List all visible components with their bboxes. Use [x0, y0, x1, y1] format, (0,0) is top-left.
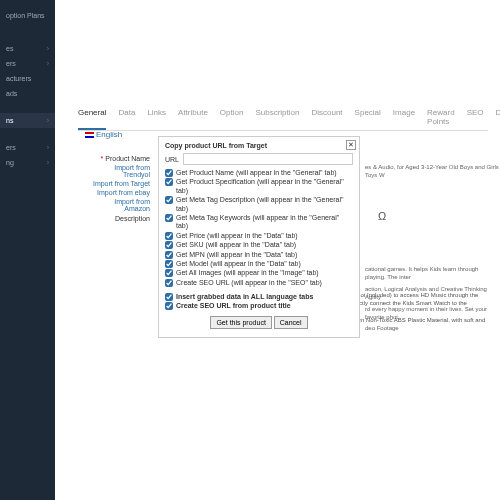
sidebar-item[interactable]: ads: [0, 86, 55, 101]
option-checkbox[interactable]: [165, 214, 173, 222]
tab-discount[interactable]: Discount: [311, 108, 342, 126]
tab-attribute[interactable]: Attribute: [178, 108, 208, 126]
option-label: Get SKU (will appear in the "Data" tab): [176, 241, 296, 249]
import-ebay-link[interactable]: Import from ebay: [90, 189, 150, 196]
import-amazon-link[interactable]: Import from Amazon: [90, 198, 150, 212]
option-label: Get Price (will appear in the "Data" tab…: [176, 232, 298, 240]
option-checkbox[interactable]: [165, 302, 173, 310]
tab-option[interactable]: Option: [220, 108, 244, 126]
tab-special[interactable]: Special: [355, 108, 381, 126]
option-label: Get Model (will appear in the "Data" tab…: [176, 260, 301, 268]
url-input[interactable]: [183, 153, 353, 165]
description-label: Description: [90, 215, 150, 222]
sidebar-item[interactable]: ers›: [0, 56, 55, 71]
option-label: Get All Images (will appear in the "Imag…: [176, 269, 319, 277]
tab-links[interactable]: Links: [147, 108, 166, 126]
option-label: Get Meta Tag Description (will appear in…: [176, 196, 353, 213]
import-modal: ✕ Copy product URL from Target URL Get P…: [158, 136, 360, 338]
sidebar-item[interactable]: ng›: [0, 155, 55, 170]
omega-icon[interactable]: Ω: [378, 210, 386, 222]
tab-subscription[interactable]: Subscription: [255, 108, 299, 126]
option-checkbox[interactable]: [165, 196, 173, 204]
tab-seo[interactable]: SEO: [467, 108, 484, 126]
sidebar: option Plans es› ers› acturers ads ns› e…: [0, 0, 55, 500]
tab-general[interactable]: General: [78, 108, 106, 130]
sidebar-item[interactable]: es›: [0, 41, 55, 56]
get-product-button[interactable]: Get this product: [210, 316, 271, 329]
import-target-link[interactable]: Import from Target: [90, 180, 150, 187]
close-icon[interactable]: ✕: [346, 140, 356, 150]
chevron-right-icon: ›: [47, 60, 49, 67]
option-checkbox[interactable]: [165, 279, 173, 287]
option-label: Create SEO URL from product title: [176, 302, 291, 310]
option-checkbox[interactable]: [165, 169, 173, 177]
tab-image[interactable]: Image: [393, 108, 415, 126]
chevron-right-icon: ›: [47, 159, 49, 166]
chevron-right-icon: ›: [47, 144, 49, 151]
option-checkbox[interactable]: [165, 241, 173, 249]
sidebar-item[interactable]: [0, 0, 55, 8]
sidebar-item[interactable]: option Plans: [0, 8, 55, 23]
import-trendyol-link[interactable]: Import from Trendyol: [90, 164, 150, 178]
url-label: URL: [165, 156, 179, 163]
option-checkbox[interactable]: [165, 232, 173, 240]
option-checkbox[interactable]: [165, 269, 173, 277]
tab-bar: General Data Links Attribute Option Subs…: [78, 108, 488, 131]
option-label: Get Product Name (will appear in the "Ge…: [176, 169, 337, 177]
option-checkbox[interactable]: [165, 260, 173, 268]
background-product-text: es & Audio, for Aged 3-12-Year Old Boys …: [365, 160, 500, 183]
option-label: Get Product Specification (will appear i…: [176, 178, 353, 195]
sidebar-item[interactable]: acturers: [0, 71, 55, 86]
option-label: Insert grabbed data in ALL language tabs: [176, 293, 313, 301]
option-checkbox[interactable]: [165, 178, 173, 186]
option-checkbox[interactable]: [165, 293, 173, 301]
cancel-button[interactable]: Cancel: [274, 316, 308, 329]
tab-reward[interactable]: Reward Points: [427, 108, 455, 126]
sidebar-item-active[interactable]: ns›: [0, 113, 55, 128]
tab-data[interactable]: Data: [118, 108, 135, 126]
chevron-right-icon: ›: [47, 45, 49, 52]
option-checkbox[interactable]: [165, 251, 173, 259]
form-labels: * Product Name Import from Trendyol Impo…: [90, 155, 150, 214]
sidebar-item[interactable]: ers›: [0, 140, 55, 155]
modal-title: Copy product URL from Target: [165, 142, 353, 149]
flag-icon: [85, 132, 94, 138]
option-label: Get MPN (will appear in the "Data" tab): [176, 251, 297, 259]
tab-design[interactable]: Design: [496, 108, 500, 126]
product-name-label: Product Name: [105, 155, 150, 162]
language-tab[interactable]: English: [85, 130, 122, 139]
option-label: Get Meta Tag Keywords (will appear in th…: [176, 214, 353, 231]
option-label: Create SEO URL (will appear in the "SEO"…: [176, 279, 322, 287]
chevron-right-icon: ›: [47, 117, 49, 124]
